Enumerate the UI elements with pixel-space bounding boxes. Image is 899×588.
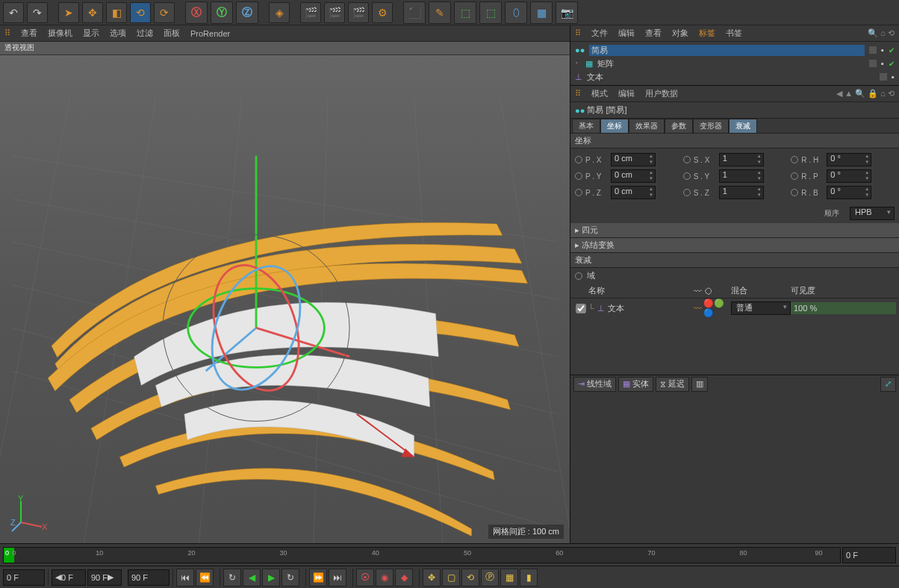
input-sz[interactable]: 1▲▼ [719,186,764,199]
tab-falloff[interactable]: 衰减 [729,119,757,134]
om-menu-tags[interactable]: 标签 [699,28,715,39]
vp-menu-prorender[interactable]: ProRender [190,29,230,38]
axis-y-btn[interactable]: Ⓨ [211,1,233,24]
goto-start-btn[interactable]: ⏮ [176,569,194,587]
move-tool[interactable]: ✥ [82,2,103,23]
field-visibility-slider[interactable]: 100 % [791,302,896,314]
axis-z-btn[interactable]: Ⓩ [236,1,258,24]
input-py[interactable]: 0 cm▲▼ [611,169,656,183]
redo-btn[interactable]: ↷ [27,2,48,23]
tab-params[interactable]: 参数 [665,119,693,134]
tab-deformer[interactable]: 变形器 [693,119,729,134]
timeline-ruler[interactable]: 0 010 2030 4050 6070 8090 [3,547,841,563]
field-row[interactable]: └⊥文本 〰🔴🟢🔵 普通 100 % [570,298,899,315]
step-btn[interactable]: ↻ [281,569,299,587]
play-fwd-btn[interactable]: ▶ [262,569,280,587]
autokey-btn[interactable]: ◉ [376,569,393,587]
render-pv-btn[interactable]: 🎬 [348,2,369,23]
key-pos-btn[interactable]: ✥ [423,569,441,587]
vp-menu-filter[interactable]: 过滤 [137,28,153,39]
am-menu-mode[interactable]: 模式 [591,88,608,99]
vis-toggle[interactable] [869,46,877,54]
input-sy[interactable]: 1▲▼ [719,169,764,183]
generator2-btn[interactable]: ⬚ [479,1,502,24]
vp-menu-view[interactable]: 查看 [21,28,37,39]
object-tree[interactable]: ●● 简易 ▪ ✔ ⠂▦ 矩阵 ▪ ✔ ⊥ 文本 ▪ [570,42,899,86]
render-region-btn[interactable]: 🎬 [324,2,345,23]
range-start-field[interactable]: ◀ 0 F [52,569,86,586]
object-row-text[interactable]: ⊥ 文本 ▪ [570,70,899,84]
anim-dot[interactable] [575,156,582,163]
vp-menu-panel[interactable]: 面板 [164,28,180,39]
input-sx[interactable]: 1▲▼ [719,153,764,166]
vp-menu-options[interactable]: 选项 [110,28,126,39]
record-btn[interactable]: ⦿ [356,569,374,587]
layer-dot[interactable]: ▪ [892,72,895,81]
vis-toggle[interactable] [880,73,887,81]
scale-tool[interactable]: ◧ [106,2,127,23]
rotate-tool[interactable]: ⟲ [130,2,151,23]
generator-btn[interactable]: ⬚ [454,1,476,24]
order-combo[interactable]: HPB [850,207,895,220]
layer-dot[interactable]: ▪ [881,59,884,68]
lastused-tool[interactable]: ⟳ [154,2,175,23]
am-menu-userdata[interactable]: 用户数据 [645,88,678,99]
field-more-btn[interactable]: ▥ [691,377,708,392]
field-solid-btn[interactable]: ▦实体 [618,377,653,392]
section-quaternion[interactable]: ▸ 四元 [570,223,899,238]
timeline-end-field[interactable]: 0 F [842,547,896,563]
object-row-matrix[interactable]: ⠂▦ 矩阵 ▪ ✔ [570,57,899,70]
axis-x-btn[interactable]: Ⓧ [185,1,208,24]
key-clip-btn[interactable]: ▮ [520,569,538,587]
primitive-btn[interactable]: ⬛ [403,1,426,24]
coord-sys-btn[interactable]: ◈ [269,2,290,23]
om-menu-file[interactable]: 文件 [591,28,608,39]
input-px[interactable]: 0 cm▲▼ [611,153,656,166]
anim-dot[interactable] [683,156,691,163]
goto-end-btn[interactable]: ⏭ [329,569,346,587]
key-scale-btn[interactable]: ▢ [442,569,460,587]
input-rh[interactable]: 0 °▲▼ [827,153,871,166]
object-row-effector[interactable]: ●● 简易 ▪ ✔ [570,43,899,57]
render-settings-btn[interactable]: ⚙ [372,2,393,23]
om-menu-view[interactable]: 查看 [645,28,662,39]
vis-toggle[interactable] [869,60,877,67]
vp-menu-camera[interactable]: 摄像机 [48,28,72,39]
key-rot-btn[interactable]: ⟲ [461,569,479,587]
range-end-field[interactable]: 90 F ▶ [87,569,122,586]
camera-btn[interactable]: 📷 [556,1,578,24]
key-param-btn[interactable]: Ⓟ [481,569,499,587]
deformer-btn[interactable]: ⬯ [505,1,527,24]
field-enable-check[interactable] [573,304,588,313]
key-pla-btn[interactable]: ▦ [500,569,518,587]
enable-check-icon[interactable]: ✔ [889,46,895,54]
keyselect-btn[interactable]: ◆ [395,569,413,587]
viewport-3d[interactable]: Y X Z 网格间距 : 100 cm [0,55,570,543]
section-falloff[interactable]: 衰减 [570,253,899,268]
undo-btn[interactable]: ↶ [3,2,24,23]
select-tool[interactable]: ➤ [58,2,79,23]
om-menu-bookmarks[interactable]: 书签 [726,28,742,39]
section-freeze[interactable]: ▸ 冻结变换 [570,238,899,253]
input-rp[interactable]: 0 °▲▼ [827,169,871,183]
spline-btn[interactable]: ✎ [429,1,451,24]
enable-check-icon[interactable]: ✔ [889,60,895,68]
current-frame-field[interactable]: 0 F [3,569,45,586]
goto-nextkey-btn[interactable]: ⏩ [309,569,327,587]
goto-prevkey-btn[interactable]: ⏪ [196,569,214,587]
field-delay-btn[interactable]: ⧖延迟 [656,377,689,392]
environment-btn[interactable]: ▦ [530,1,553,24]
render-view-btn[interactable]: 🎬 [300,2,321,23]
anim-dot[interactable] [575,272,582,280]
om-menu-object[interactable]: 对象 [672,28,688,39]
tab-coord[interactable]: 坐标 [600,119,629,134]
play-back-btn[interactable]: ◀ [243,569,261,587]
om-menu-edit[interactable]: 编辑 [618,28,635,39]
field-blend-combo[interactable]: 普通 [731,301,791,315]
section-coord[interactable]: 坐标 [570,134,899,148]
input-pz[interactable]: 0 cm▲▼ [611,186,656,199]
end-frame-field[interactable]: 90 F [128,569,169,586]
field-max-btn[interactable]: ⤢ [880,377,896,392]
tab-effector[interactable]: 效果器 [629,119,665,134]
loop-btn[interactable]: ↻ [223,569,241,587]
